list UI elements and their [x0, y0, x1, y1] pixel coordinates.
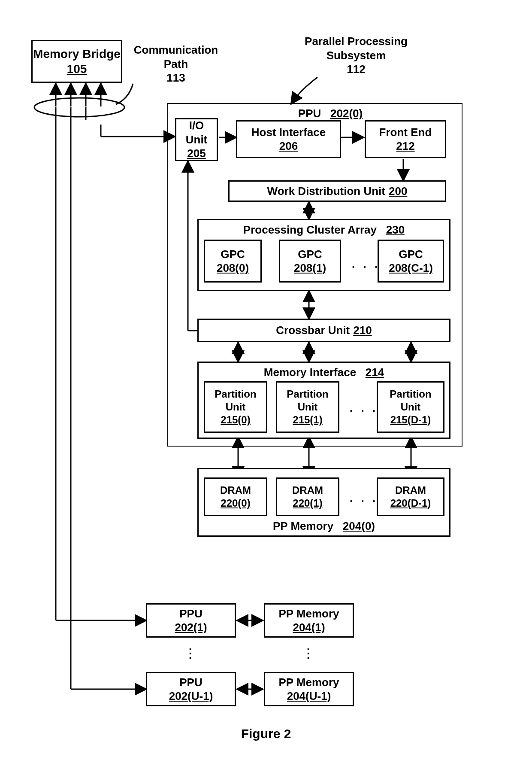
figure-caption: Figure 2: [215, 726, 317, 742]
dram1-ref: 220(1): [293, 497, 322, 510]
dram0-ref: 220(0): [221, 497, 250, 510]
io-unit-block: I/O Unit 205: [175, 118, 218, 161]
ppu0-title-text: PPU: [298, 107, 321, 120]
work-dist-ref: 200: [389, 184, 407, 198]
pu1-l2: Unit: [298, 401, 318, 413]
pp-mem1-ref: 204(1): [293, 620, 325, 635]
gpc1-ref: 208(1): [294, 261, 326, 275]
subsystem-ref: 112: [347, 63, 365, 76]
comm-path-l2: Path: [164, 58, 188, 70]
ppu1-block: PPU 202(1): [146, 603, 236, 638]
gpc1-block: GPC 208(1): [279, 240, 341, 283]
gpcc-ref: 208(C-1): [389, 261, 433, 275]
pu0-ref: 215(0): [221, 413, 250, 426]
ppuu-title: PPU: [179, 675, 202, 690]
ppu1-title: PPU: [179, 607, 202, 621]
ppu-vdots: ...: [189, 644, 192, 657]
pu0-l2: Unit: [226, 401, 246, 413]
cluster-array-header: Processing Cluster Array 230: [243, 223, 405, 237]
pu0-l1: Partition: [215, 388, 256, 401]
pu1-block: Partition Unit 215(1): [276, 381, 339, 433]
pp-mem0-ref: 204(0): [343, 520, 375, 532]
io-unit-l1: I/O: [189, 119, 204, 133]
subsystem-label: Parallel Processing Subsystem 112: [292, 34, 420, 76]
ppu1-ref: 202(1): [175, 620, 207, 635]
pp-memu-block: PP Memory 204(U-1): [264, 672, 354, 706]
host-if-ref: 206: [279, 139, 298, 153]
memory-bridge-ref: 105: [67, 61, 87, 76]
front-end-block: Front End 212: [365, 120, 446, 158]
pp-mem1-block: PP Memory 204(1): [264, 603, 354, 638]
host-if-title: Host Interface: [251, 125, 326, 140]
gpc0-ref: 208(0): [217, 261, 249, 275]
pu-dots: . . .: [350, 401, 378, 415]
ppu0-title: PPU 202(0): [275, 106, 386, 121]
pp-mem1-title: PP Memory: [278, 607, 339, 621]
cluster-array-title: Processing Cluster Array: [243, 223, 377, 236]
diagram-canvas: Memory Bridge 105 Communication Path 113…: [0, 0, 532, 766]
dramd-ref: 220(D-1): [390, 497, 431, 510]
pu1-ref: 215(1): [293, 413, 322, 426]
pu1-l1: Partition: [287, 388, 328, 401]
subsystem-l2: Subsystem: [326, 49, 386, 62]
io-unit-ref: 205: [187, 146, 206, 161]
crossbar-ref: 210: [353, 323, 372, 337]
io-unit-l2: Unit: [186, 133, 208, 147]
mem-if-header: Memory Interface 214: [264, 365, 384, 380]
dramd-title: DRAM: [395, 484, 426, 497]
ppu0-ref: 202(0): [330, 107, 363, 120]
pp-memu-ref: 204(U-1): [287, 689, 331, 703]
pud-ref: 215(D-1): [390, 413, 431, 426]
ppuu-ref: 202(U-1): [169, 689, 213, 703]
front-end-title: Front End: [379, 125, 432, 140]
gpcc-block: GPC 208(C-1): [378, 240, 444, 283]
cluster-array-ref: 230: [386, 223, 405, 236]
svg-point-0: [34, 98, 124, 117]
dram1-block: DRAM 220(1): [276, 477, 339, 516]
pp-memu-title: PP Memory: [278, 675, 339, 690]
memory-bridge-title: Memory Bridge: [33, 46, 121, 61]
pud-l1: Partition: [390, 388, 431, 401]
gpcc-title: GPC: [399, 247, 423, 261]
memory-bridge-block: Memory Bridge 105: [31, 40, 122, 83]
comm-path-ref: 113: [166, 71, 185, 84]
dram0-title: DRAM: [220, 484, 251, 497]
host-interface-block: Host Interface 206: [236, 120, 341, 158]
subsystem-l1: Parallel Processing: [305, 35, 408, 48]
pud-block: Partition Unit 215(D-1): [377, 381, 444, 433]
comm-path-label: Communication Path 113: [129, 43, 223, 85]
gpc1-title: GPC: [298, 247, 322, 261]
pu0-block: Partition Unit 215(0): [204, 381, 267, 433]
crossbar-title: Crossbar Unit: [276, 323, 350, 337]
pp-mem0-title: PP Memory: [273, 520, 333, 532]
ppmem-vdots: ...: [307, 644, 310, 657]
dramd-block: DRAM 220(D-1): [377, 477, 444, 516]
work-dist-title: Work Distribution Unit: [267, 184, 385, 198]
dram0-block: DRAM 220(0): [204, 477, 267, 516]
ppuu-block: PPU 202(U-1): [146, 672, 236, 706]
mem-if-ref: 214: [366, 366, 384, 379]
mem-if-title: Memory Interface: [264, 366, 356, 379]
comm-path-l1: Communication: [134, 43, 218, 56]
crossbar-block: Crossbar Unit 210: [197, 319, 450, 342]
dram-dots: . . .: [350, 492, 378, 505]
work-dist-block: Work Distribution Unit 200: [228, 180, 446, 202]
gpc0-block: GPC 208(0): [204, 240, 262, 283]
dram1-title: DRAM: [292, 484, 323, 497]
gpc0-title: GPC: [221, 247, 245, 261]
pp-mem0-footer: PP Memory 204(0): [273, 519, 375, 533]
pud-l2: Unit: [401, 401, 421, 413]
gpc-dots: . . .: [352, 258, 380, 271]
front-end-ref: 212: [396, 139, 414, 153]
